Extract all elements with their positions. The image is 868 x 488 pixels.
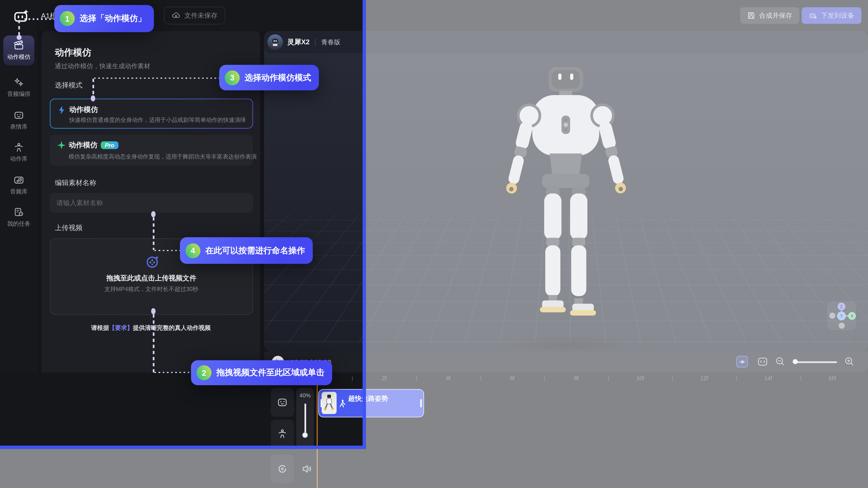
tutorial-step-4[interactable]: 4 在此可以按需进行命名操作	[180, 237, 313, 264]
connector-3-horizontal	[94, 77, 219, 79]
connector-1-horizontal	[24, 18, 54, 20]
sidebar-item-my-tasks[interactable]: 我的任务	[3, 202, 34, 232]
dim-overlay-bottom	[0, 449, 366, 488]
step-number-badge: 4	[185, 243, 200, 258]
mode-desc: 模仿复杂高精度高动态全身动作复现，适用于舞蹈功夫等丰富表达创作表演	[69, 153, 257, 161]
connector-2-vertical	[153, 314, 154, 373]
connector-3-vertical	[93, 79, 94, 97]
music-card-icon	[13, 175, 24, 186]
step-label: 拖拽视频文件至此区域或单击	[216, 368, 324, 378]
upload-requirement-note: 请根据【要求】提供清晰完整的真人动作视频	[41, 324, 260, 332]
mode-title: 动作模仿	[69, 105, 98, 115]
dropzone-hint: 支持MP4格式，文件时长不超过30秒	[51, 285, 252, 293]
tutorial-step-1[interactable]: 1 选择「动作模仿」	[54, 5, 154, 32]
mode-select-label: 选择模式	[55, 81, 83, 90]
connector-4-dot	[151, 211, 156, 217]
robot-edition: 青春版	[321, 38, 340, 46]
connector-4-vertical	[153, 217, 154, 250]
mode-card-pro[interactable]: 动作模仿 Pro 模仿复杂高精度高动态全身动作复现，适用于舞蹈功夫等丰富表达创作…	[50, 135, 253, 166]
material-name-label: 编辑素材名称	[55, 178, 96, 188]
speed-column: 40%	[296, 388, 314, 448]
clip-thumbnail	[322, 392, 337, 414]
connector-2-dot	[151, 308, 156, 314]
sidebar-item-label: 音频库	[10, 188, 28, 196]
tutorial-step-3[interactable]: 3 选择动作模仿模式	[219, 65, 319, 90]
figure-track-icon	[277, 429, 288, 440]
speed-slider-track[interactable]	[304, 403, 306, 434]
step-number-badge: 2	[196, 365, 211, 380]
app-window: A1机 文件未保存 合成并保存 下发到设备	[0, 0, 868, 488]
pro-badge: Pro	[101, 141, 118, 149]
sidebar-item-motion-imitation[interactable]: 动作模仿	[3, 35, 34, 65]
robot-name: 灵犀X2	[287, 37, 310, 47]
panel-subtitle: 通过动作模仿，快速生成动作素材	[55, 62, 150, 70]
action-track-button[interactable]	[271, 420, 294, 449]
ruler-tick	[352, 376, 353, 381]
step-label: 在此可以按需进行命名操作	[206, 245, 305, 256]
spotlight-border-vertical	[362, 0, 366, 449]
task-list-icon	[13, 207, 24, 218]
material-name-input[interactable]	[50, 193, 253, 213]
tutorial-step-2[interactable]: 2 拖拽视频文件至此区域或单击	[191, 360, 332, 385]
robot-avatar	[267, 34, 283, 50]
step-number-badge: 1	[60, 11, 75, 26]
spark-icon	[57, 141, 66, 150]
dropzone-title: 拖拽至此或点击上传视频文件	[51, 274, 252, 283]
film-reel-icon	[146, 254, 160, 269]
walking-robot-thumb	[322, 392, 337, 414]
robot-head-icon	[270, 37, 280, 47]
robot-face-icon	[13, 110, 24, 121]
sidebar-item-audio-library[interactable]: 音频库	[3, 170, 34, 200]
cloud-unsaved-icon	[172, 11, 181, 20]
requirement-link[interactable]: 【要求】	[109, 324, 133, 331]
sidebar-item-label: 音频编排	[7, 90, 30, 98]
sidebar-item-label: 表情库	[10, 123, 28, 131]
mode-desc: 快速模仿普通难度的全身动作，适用于小品戏剧等简单动作的快速演绎	[69, 116, 246, 124]
step-label: 选择动作模仿模式	[245, 72, 311, 83]
file-status-label: 文件未保存	[184, 11, 218, 20]
mode-card-basic[interactable]: 动作模仿 快速模仿普通难度的全身动作，适用于小品戏剧等简单动作的快速演绎	[50, 99, 253, 128]
face-wink-icon	[277, 397, 288, 408]
panel-title: 动作模仿	[55, 47, 91, 59]
app-logo-icon	[13, 8, 30, 24]
divider	[315, 38, 316, 46]
sidebar-item-audio-arrange[interactable]: 音频编排	[3, 73, 34, 103]
spotlight-border-horizontal	[0, 445, 366, 449]
expression-track-button[interactable]	[271, 388, 294, 417]
sidebar-item-label: 动作库	[10, 155, 28, 163]
sidebar-item-expression-library[interactable]: 表情库	[3, 106, 34, 135]
dim-overlay-right	[366, 0, 868, 488]
connector-2-horizontal	[154, 372, 191, 373]
walking-person-icon	[339, 400, 345, 407]
step-label: 选择「动作模仿」	[80, 13, 146, 24]
connector-3-dot	[91, 95, 95, 101]
connector-1-vertical	[18, 20, 20, 37]
file-status-badge[interactable]: 文件未保存	[164, 7, 225, 24]
sparkles-icon	[13, 77, 24, 88]
sidebar-item-action-library[interactable]: 动作库	[3, 138, 34, 167]
speed-value: 40%	[296, 392, 314, 398]
clip-left-handle[interactable]	[320, 399, 322, 407]
sidebar-item-label: 我的任务	[7, 220, 30, 228]
step-number-badge: 3	[225, 70, 240, 85]
mode-title: 动作模仿	[69, 140, 97, 150]
sidebar-item-label: 动作模仿	[7, 53, 30, 61]
figure-icon	[13, 142, 24, 153]
clapperboard-icon	[13, 40, 24, 51]
speed-slider-knob[interactable]	[302, 432, 308, 438]
connector-4-horizontal	[154, 250, 180, 251]
upload-video-label: 上传视频	[55, 223, 83, 233]
bolt-icon	[58, 106, 66, 115]
